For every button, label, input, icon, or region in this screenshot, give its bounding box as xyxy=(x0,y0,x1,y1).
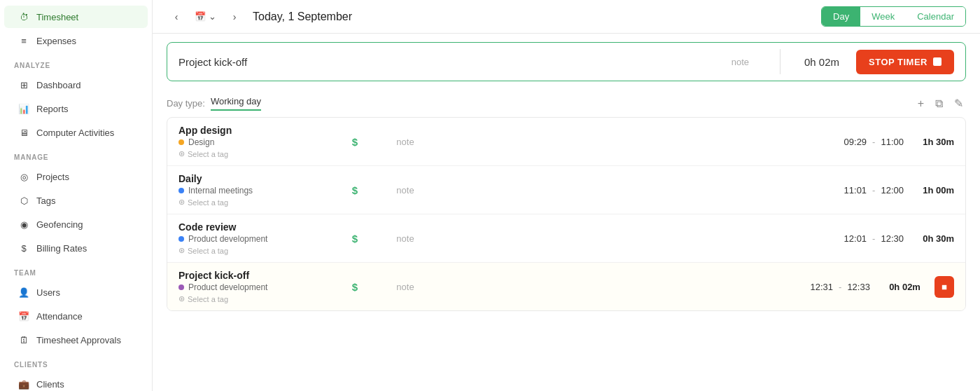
entry-tag[interactable]: ⊛ Select a tag xyxy=(178,198,332,207)
billable-toggle[interactable]: $ xyxy=(341,136,369,148)
stop-timer-label: STOP TIMER xyxy=(869,57,927,67)
sidebar-section-label: CLIENTS xyxy=(0,352,152,371)
sidebar-item-label: Billing Rates xyxy=(36,243,87,254)
briefcase-icon: 💼 xyxy=(18,378,29,390)
note-label[interactable]: note xyxy=(377,185,433,196)
receipt-icon: ≡ xyxy=(18,35,29,46)
sidebar-item-label: Users xyxy=(36,287,60,298)
location-icon: ◉ xyxy=(18,219,29,230)
sidebar-item-label: Expenses xyxy=(36,36,76,46)
sidebar-item-reports[interactable]: 📊Reports xyxy=(4,97,148,120)
sidebar-item-expenses[interactable]: ≡Expenses xyxy=(4,29,148,52)
date-display: Today, 1 September xyxy=(253,11,813,23)
sidebar-item-computer-activities[interactable]: 🖥Computer Activities xyxy=(4,121,148,144)
timer-note-label: note xyxy=(732,57,749,67)
sidebar-item-billing-rates[interactable]: $Billing Rates xyxy=(4,237,148,259)
table-row: App design Design ⊛ Select a tag $ note … xyxy=(167,118,965,166)
project-dot xyxy=(178,236,184,242)
tag-icon: ⊛ xyxy=(178,246,185,255)
end-time[interactable]: 11:00 xyxy=(881,137,904,147)
entry-tag[interactable]: ⊛ Select a tag xyxy=(178,294,332,303)
project-name: Internal meetings xyxy=(188,186,253,196)
end-time[interactable]: 12:30 xyxy=(881,233,904,244)
tab-week[interactable]: Week xyxy=(860,7,906,26)
note-label[interactable]: note xyxy=(377,137,433,147)
monitor-icon: 🖥 xyxy=(18,127,29,138)
entry-tag[interactable]: ⊛ Select a tag xyxy=(178,149,332,158)
timer-row: Project kick-off note 0h 02m STOP TIMER xyxy=(167,42,966,81)
edit-button[interactable]: ✎ xyxy=(951,95,966,111)
project-name: Design xyxy=(188,137,214,147)
sidebar-item-projects[interactable]: ◎Projects xyxy=(4,165,148,188)
table-row: Project kick-off Product development ⊛ S… xyxy=(167,263,965,310)
table-row: Daily Internal meetings ⊛ Select a tag $… xyxy=(167,166,965,214)
prev-day-button[interactable]: ‹ xyxy=(167,7,186,27)
sidebar-item-timesheet-approvals[interactable]: 🗓Timesheet Approvals xyxy=(4,329,148,351)
time-dash: - xyxy=(839,282,841,292)
calendar-clock-icon: 🗓 xyxy=(18,334,29,345)
stop-icon xyxy=(933,57,941,66)
tag-label: Select a tag xyxy=(188,150,228,158)
tag-icon: ⊛ xyxy=(178,149,185,158)
end-time[interactable]: 12:33 xyxy=(847,282,870,292)
chart-icon: 📊 xyxy=(18,103,29,114)
billable-toggle[interactable]: $ xyxy=(341,184,369,196)
billable-toggle[interactable]: $ xyxy=(341,281,369,293)
tag-icon: ⊛ xyxy=(178,198,185,207)
entry-project: Product development xyxy=(178,282,332,292)
copy-button[interactable]: ⧉ xyxy=(932,96,946,111)
sidebar-item-label: Timesheet Approvals xyxy=(36,335,121,345)
duration-display: 1h 00m xyxy=(912,185,954,196)
day-type-info: Day type: Working day xyxy=(167,96,261,111)
sidebar-item-clients[interactable]: 💼Clients xyxy=(4,373,148,391)
entry-task-name: Code review xyxy=(178,221,332,233)
entry-project: Product development xyxy=(178,234,332,244)
sidebar-item-attendance[interactable]: 📅Attendance xyxy=(4,305,148,327)
tag-label: Select a tag xyxy=(188,198,228,207)
tag-icon: ⬡ xyxy=(18,195,29,206)
sidebar-item-dashboard[interactable]: ⊞Dashboard xyxy=(4,74,148,96)
view-tabs: Day Week Calendar xyxy=(821,6,966,27)
start-time[interactable]: 12:01 xyxy=(844,233,867,244)
billable-toggle[interactable]: $ xyxy=(341,233,369,245)
calendar-check-icon: 📅 xyxy=(18,310,29,322)
time-range: 12:31 - 12:33 xyxy=(811,282,870,292)
entries-container: App design Design ⊛ Select a tag $ note … xyxy=(167,117,966,311)
sidebar-item-geofencing[interactable]: ◉Geofencing xyxy=(4,213,148,235)
sidebar-item-label: Geofencing xyxy=(36,219,83,230)
tab-calendar[interactable]: Calendar xyxy=(906,7,965,26)
entry-project: Internal meetings xyxy=(178,186,332,196)
stop-timer-button[interactable]: STOP TIMER xyxy=(856,50,954,74)
entry-tag[interactable]: ⊛ Select a tag xyxy=(178,246,332,255)
entry-info: Daily Internal meetings ⊛ Select a tag xyxy=(178,173,332,207)
tab-day[interactable]: Day xyxy=(822,7,860,26)
sidebar-item-timesheet[interactable]: ⏱Timesheet xyxy=(4,6,148,28)
sidebar-section-label: TEAM xyxy=(0,261,152,280)
duration-display: 0h 02m xyxy=(878,282,920,292)
sidebar-section-label: MANAGE xyxy=(0,145,152,164)
content-scroll: Project kick-off note 0h 02m STOP TIMER … xyxy=(153,34,980,391)
sidebar-section-label: ANALYZE xyxy=(0,53,152,72)
folder-icon: ◎ xyxy=(18,171,29,182)
day-type-row: Day type: Working day + ⧉ ✎ xyxy=(153,90,980,111)
entry-stop-button[interactable]: ■ xyxy=(934,276,954,298)
start-time[interactable]: 11:01 xyxy=(844,185,867,196)
entry-task-name: App design xyxy=(178,125,332,136)
add-entry-button[interactable]: + xyxy=(915,96,927,111)
entry-info: Project kick-off Product development ⊛ S… xyxy=(178,270,332,303)
next-day-button[interactable]: › xyxy=(225,7,244,27)
calendar-picker-button[interactable]: 📅 ⌄ xyxy=(189,8,222,25)
sidebar-item-users[interactable]: 👤Users xyxy=(4,281,148,303)
start-time[interactable]: 09:29 xyxy=(844,137,867,147)
sidebar-item-label: Dashboard xyxy=(36,80,81,90)
tag-label: Select a tag xyxy=(188,295,228,303)
sidebar-item-label: Projects xyxy=(36,172,69,182)
end-time[interactable]: 12:00 xyxy=(881,185,904,196)
note-label[interactable]: note xyxy=(377,233,433,244)
users-icon: 👤 xyxy=(18,287,29,298)
sidebar-item-tags[interactable]: ⬡Tags xyxy=(4,189,148,212)
note-label[interactable]: note xyxy=(377,282,433,292)
start-time[interactable]: 12:31 xyxy=(811,282,834,292)
time-dash: - xyxy=(872,233,875,244)
time-range: 09:29 - 11:00 xyxy=(844,137,904,147)
